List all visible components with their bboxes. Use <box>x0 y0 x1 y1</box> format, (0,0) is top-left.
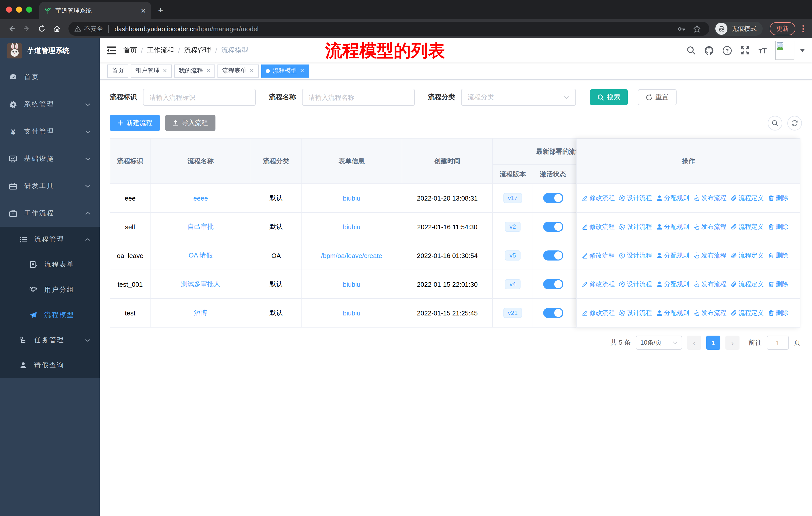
delete-link[interactable]: 删除 <box>768 222 788 231</box>
sidebar-item-user-group[interactable]: 用户分组 <box>0 277 100 302</box>
tag-close-icon[interactable]: ✕ <box>206 67 210 74</box>
tag-home[interactable]: 首页 <box>107 64 128 77</box>
sidebar-item-payment[interactable]: ¥ 支付管理 <box>0 118 100 145</box>
search-button[interactable]: 搜索 <box>590 89 628 105</box>
deploy-process-link[interactable]: 发布流程 <box>694 309 726 317</box>
edit-process-link[interactable]: 修改流程 <box>582 251 615 260</box>
process-definition-link[interactable]: 流程定义 <box>731 222 764 231</box>
github-icon[interactable] <box>704 46 714 55</box>
toggle-search-button[interactable] <box>768 116 782 130</box>
delete-link[interactable]: 删除 <box>768 251 788 260</box>
new-tab-button[interactable]: + <box>158 5 163 16</box>
process-name-link[interactable]: 测试多审批人 <box>181 280 220 289</box>
delete-link[interactable]: 删除 <box>768 309 788 317</box>
form-info-link[interactable]: biubiu <box>343 194 360 202</box>
activation-toggle[interactable] <box>543 250 563 261</box>
update-button[interactable]: 更新 <box>770 22 795 35</box>
assign-rule-link[interactable]: 分配规则 <box>657 222 689 231</box>
sidebar-toggle-icon[interactable] <box>107 46 116 54</box>
goto-page-input[interactable] <box>767 335 789 350</box>
forward-button[interactable] <box>20 22 33 35</box>
assign-rule-link[interactable]: 分配规则 <box>657 251 689 260</box>
process-name-link[interactable]: 滔博 <box>194 308 207 318</box>
version-badge[interactable]: v17 <box>503 193 522 203</box>
form-info-link[interactable]: biubiu <box>343 309 360 317</box>
form-info-link[interactable]: /bpm/oa/leave/create <box>321 252 382 259</box>
delete-link[interactable]: 删除 <box>768 194 788 202</box>
design-process-link[interactable]: 设计流程 <box>619 251 652 260</box>
refresh-table-button[interactable] <box>787 116 802 130</box>
breadcrumb-home[interactable]: 首页 <box>123 46 137 55</box>
fullscreen-icon[interactable] <box>741 46 750 55</box>
process-definition-link[interactable]: 流程定义 <box>731 309 764 317</box>
design-process-link[interactable]: 设计流程 <box>619 280 652 289</box>
edit-process-link[interactable]: 修改流程 <box>582 309 615 317</box>
sidebar-item-workflow[interactable]: 工作流程 <box>0 199 100 227</box>
delete-link[interactable]: 删除 <box>768 280 788 289</box>
process-category-select[interactable]: 流程分类 <box>461 89 576 106</box>
sidebar-item-dev-tools[interactable]: 研发工具 <box>0 172 100 199</box>
deploy-process-link[interactable]: 发布流程 <box>694 251 726 260</box>
sidebar-item-system[interactable]: 系统管理 <box>0 91 100 118</box>
design-process-link[interactable]: 设计流程 <box>619 194 652 202</box>
assign-rule-link[interactable]: 分配规则 <box>657 280 689 289</box>
deploy-process-link[interactable]: 发布流程 <box>694 280 726 289</box>
tag-close-icon[interactable]: ✕ <box>250 67 254 74</box>
page-size-select[interactable]: 10条/页 <box>636 335 682 350</box>
sidebar-item-infrastructure[interactable]: 基础设施 <box>0 145 100 172</box>
next-page-button[interactable]: › <box>725 335 740 350</box>
url-text[interactable]: dashboard.yudao.iocoder.cn/bpm/manager/m… <box>115 25 673 32</box>
design-process-link[interactable]: 设计流程 <box>619 309 652 317</box>
reset-button[interactable]: 重置 <box>638 89 676 105</box>
home-button[interactable] <box>50 22 63 35</box>
sidebar-item-home[interactable]: 首页 <box>0 63 100 91</box>
address-bar[interactable]: 不安全 dashboard.yudao.iocoder.cn/bpm/manag… <box>68 22 709 36</box>
import-process-button[interactable]: 导入流程 <box>165 115 215 131</box>
tag-process-form[interactable]: 流程表单✕ <box>218 64 259 77</box>
process-name-input[interactable] <box>302 89 415 106</box>
tab-close-icon[interactable]: ✕ <box>141 7 146 15</box>
browser-menu-icon[interactable] <box>803 25 804 32</box>
create-process-button[interactable]: 新建流程 <box>110 115 160 131</box>
help-icon[interactable]: ? <box>723 46 732 55</box>
sidebar-item-process-management[interactable]: 流程管理 <box>0 227 100 252</box>
process-definition-link[interactable]: 流程定义 <box>731 251 764 260</box>
version-badge[interactable]: v21 <box>503 308 522 318</box>
version-badge[interactable]: v5 <box>505 250 520 261</box>
form-info-link[interactable]: biubiu <box>343 280 360 288</box>
sidebar-item-task-management[interactable]: 任务管理 <box>0 328 100 353</box>
prev-page-button[interactable]: ‹ <box>687 335 701 350</box>
minimize-window-button[interactable] <box>16 6 22 12</box>
deploy-process-link[interactable]: 发布流程 <box>694 222 726 231</box>
tag-close-icon[interactable]: ✕ <box>300 67 304 74</box>
sidebar-item-process-form[interactable]: 流程表单 <box>0 252 100 277</box>
activation-toggle[interactable] <box>543 308 563 318</box>
process-name-link[interactable]: OA 请假 <box>188 251 212 260</box>
edit-process-link[interactable]: 修改流程 <box>582 222 615 231</box>
maximize-window-button[interactable] <box>26 6 32 12</box>
close-window-button[interactable] <box>6 6 12 12</box>
breadcrumb-process-management[interactable]: 流程管理 <box>184 46 211 55</box>
avatar[interactable] <box>775 41 794 60</box>
tag-tenant[interactable]: 租户管理✕ <box>131 64 172 77</box>
password-key-icon[interactable] <box>677 24 686 33</box>
activation-toggle[interactable] <box>543 222 563 232</box>
version-badge[interactable]: v2 <box>505 222 520 232</box>
tag-close-icon[interactable]: ✕ <box>163 67 167 74</box>
sidebar-item-process-model[interactable]: 流程模型 <box>0 302 100 328</box>
window-controls[interactable] <box>0 0 39 19</box>
process-definition-link[interactable]: 流程定义 <box>731 280 764 289</box>
back-button[interactable] <box>5 22 18 35</box>
assign-rule-link[interactable]: 分配规则 <box>657 194 689 202</box>
edit-process-link[interactable]: 修改流程 <box>582 280 615 289</box>
browser-tab[interactable]: 芋道管理系统 ✕ <box>39 2 151 19</box>
assign-rule-link[interactable]: 分配规则 <box>657 309 689 317</box>
reload-button[interactable] <box>35 22 48 35</box>
form-info-link[interactable]: biubiu <box>343 223 360 230</box>
font-size-icon[interactable]: ᴛT <box>758 46 767 55</box>
version-badge[interactable]: v4 <box>505 279 520 289</box>
tag-my-process[interactable]: 我的流程✕ <box>174 64 215 77</box>
security-indicator[interactable]: 不安全 <box>75 24 111 33</box>
process-key-input[interactable] <box>143 89 256 106</box>
process-name-link[interactable]: 自己审批 <box>187 222 214 231</box>
